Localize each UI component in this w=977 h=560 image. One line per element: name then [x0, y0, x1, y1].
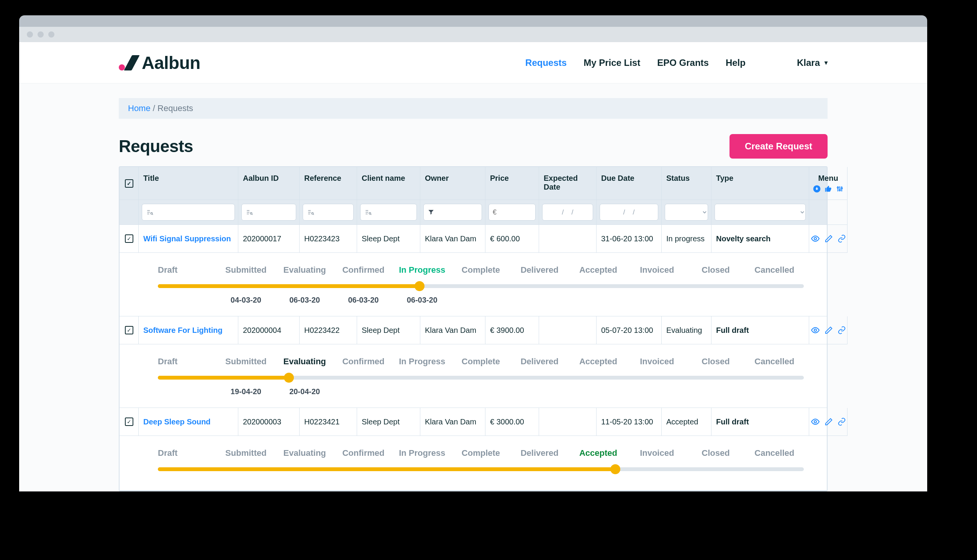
edit-icon[interactable]	[825, 418, 833, 426]
row-status: In progress	[662, 225, 712, 253]
col-aalbun-id[interactable]: Aalbun ID	[238, 167, 300, 200]
timeline-stage: In Progress	[393, 448, 451, 458]
breadcrumb-home[interactable]: Home	[128, 103, 150, 113]
nav-help[interactable]: Help	[726, 57, 745, 68]
timeline-stage: Complete	[451, 448, 510, 458]
download-icon[interactable]	[813, 185, 821, 193]
select-all-cell: ✓	[120, 167, 139, 200]
brand-logo[interactable]: Aalbun	[119, 52, 200, 73]
row-price: € 3000.00	[485, 408, 539, 436]
timeline-stage: Complete	[451, 265, 510, 275]
nav-my-price-list[interactable]: My Price List	[584, 57, 640, 68]
timeline-stage: In Progress	[393, 265, 451, 275]
timeline-knob[interactable]	[284, 373, 294, 383]
row-actions	[809, 408, 847, 436]
col-type[interactable]: Type	[712, 167, 809, 200]
row-checkbox[interactable]: ✓	[125, 326, 133, 334]
timeline-date	[569, 387, 628, 396]
col-title[interactable]: Title	[139, 167, 238, 200]
row-reference: H0223421	[300, 408, 357, 436]
filter-due-date[interactable]: / /	[600, 204, 658, 221]
col-owner[interactable]: Owner	[420, 167, 485, 200]
link-icon[interactable]	[837, 234, 846, 243]
row-type: Novelty search	[712, 225, 809, 253]
filter-type[interactable]	[715, 204, 806, 221]
row-owner: Klara Van Dam	[420, 225, 485, 253]
row-reference: H0223423	[300, 225, 357, 253]
timeline-stage: Cancelled	[745, 265, 804, 275]
timeline-date: 06-03-20	[334, 296, 393, 305]
timeline-stage: Accepted	[569, 357, 628, 367]
filter-reference[interactable]	[303, 204, 353, 221]
timeline-knob[interactable]	[610, 464, 620, 474]
filter-owner[interactable]	[423, 204, 482, 221]
row-price: € 3900.00	[485, 317, 539, 344]
timeline-stage: Submitted	[217, 265, 275, 275]
row-actions	[809, 317, 847, 344]
timeline-date: 04-03-20	[217, 296, 275, 305]
row-title-link[interactable]: Deep Sleep Sound	[143, 418, 211, 426]
timeline-stage: Confirmed	[334, 448, 393, 458]
row-owner: Klara Van Dam	[420, 317, 485, 344]
filter-client-name[interactable]	[360, 204, 417, 221]
select-all-checkbox[interactable]: ✓	[125, 179, 133, 188]
row-client-name: Sleep Dept	[357, 408, 420, 436]
timeline-knob[interactable]	[415, 281, 425, 291]
row-title-link[interactable]: Software For Lighting	[143, 326, 223, 335]
view-icon[interactable]	[811, 417, 820, 426]
col-status[interactable]: Status	[662, 167, 712, 200]
row-status: Evaluating	[662, 317, 712, 344]
col-reference[interactable]: Reference	[300, 167, 357, 200]
row-checkbox[interactable]: ✓	[125, 234, 133, 243]
row-client-name: Sleep Dept	[357, 225, 420, 253]
filter-status[interactable]	[665, 204, 708, 221]
edit-icon[interactable]	[825, 326, 833, 334]
timeline-stage: Closed	[686, 357, 745, 367]
link-icon[interactable]	[837, 326, 846, 334]
filter-expected-date[interactable]: / /	[542, 204, 593, 221]
user-menu[interactable]: Klara ▾	[797, 57, 828, 68]
row-checkbox[interactable]: ✓	[125, 418, 133, 426]
thumbs-up-icon[interactable]	[825, 185, 832, 193]
filter-aalbun-id[interactable]	[242, 204, 296, 221]
nav-epo-grants[interactable]: EPO Grants	[657, 57, 709, 68]
row-title-link[interactable]: Wifi Signal Suppression	[143, 234, 231, 243]
top-nav: Aalbun Requests My Price List EPO Grants…	[19, 42, 927, 83]
timeline-date	[628, 296, 686, 305]
svg-line-8	[152, 214, 153, 215]
col-due-date[interactable]: Due Date	[597, 167, 662, 200]
row-aalbun-id: 202000017	[238, 225, 300, 253]
col-client-name[interactable]: Client name	[357, 167, 420, 200]
browser-tabbar	[19, 15, 927, 27]
timeline-date	[510, 296, 569, 305]
link-icon[interactable]	[837, 418, 846, 426]
col-price[interactable]: Price	[485, 167, 539, 200]
view-icon[interactable]	[811, 234, 820, 243]
timeline-stage: Accepted	[569, 265, 628, 275]
table-row: ✓ Deep Sleep Sound 202000003 H0223421 Sl…	[120, 408, 827, 436]
row-due-date: 11-05-20 13:00	[597, 408, 662, 436]
edit-icon[interactable]	[825, 234, 833, 243]
timeline-date: 19-04-20	[217, 387, 275, 396]
timeline-stage: Complete	[451, 357, 510, 367]
breadcrumb: Home / Requests	[119, 98, 828, 119]
create-request-button[interactable]: Create Request	[730, 134, 828, 158]
row-timeline: DraftSubmittedEvaluatingConfirmedIn Prog…	[120, 344, 827, 408]
page-title: Requests	[119, 137, 193, 156]
filter-title[interactable]	[142, 204, 235, 221]
svg-point-2	[839, 190, 840, 191]
brand-name: Aalbun	[142, 52, 200, 73]
timeline-date	[451, 296, 510, 305]
filter-price[interactable]	[488, 204, 536, 221]
settings-icon[interactable]	[836, 185, 844, 193]
row-aalbun-id: 202000004	[238, 317, 300, 344]
nav-requests[interactable]: Requests	[525, 57, 567, 68]
breadcrumb-current: Requests	[157, 103, 193, 113]
svg-point-3	[841, 188, 842, 189]
timeline-date	[686, 387, 745, 396]
timeline-stage: Accepted	[569, 448, 628, 458]
col-expected-date[interactable]: Expected Date	[539, 167, 597, 200]
timeline-date	[158, 387, 217, 396]
svg-line-18	[313, 214, 314, 215]
view-icon[interactable]	[811, 326, 820, 335]
